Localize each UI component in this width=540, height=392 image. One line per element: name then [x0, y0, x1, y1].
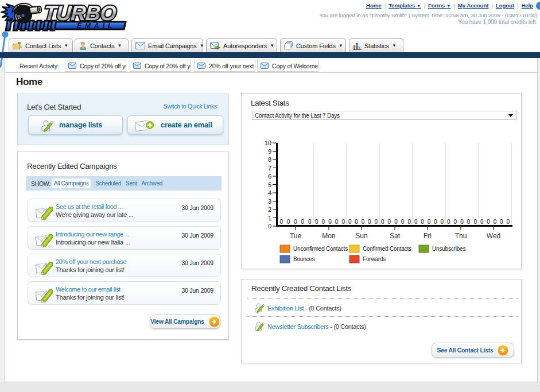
svg-text:Wed: Wed [487, 232, 500, 240]
svg-text:5: 5 [268, 181, 271, 188]
svg-text:0: 0 [473, 219, 477, 225]
svg-text:0: 0 [368, 219, 371, 225]
svg-text:0: 0 [441, 219, 444, 225]
svg-text:0: 0 [494, 219, 497, 225]
svg-text:0: 0 [381, 219, 384, 225]
svg-text:0: 0 [421, 219, 424, 225]
svg-text:Tue: Tue [290, 232, 302, 240]
svg-text:TURBO: TURBO [43, 1, 117, 25]
svg-text:0: 0 [308, 219, 312, 225]
svg-text:Sun: Sun [355, 232, 367, 240]
svg-text:0: 0 [375, 219, 378, 225]
svg-text:0: 0 [348, 219, 352, 225]
svg-text:0: 0 [428, 219, 431, 225]
svg-text:0: 0 [268, 223, 271, 230]
svg-text:Thu: Thu [455, 232, 467, 240]
svg-text:0: 0 [335, 219, 339, 225]
svg-text:Unsubscribes: Unsubscribes [432, 246, 465, 252]
svg-text:0: 0 [301, 219, 305, 225]
svg-text:0: 0 [341, 219, 345, 225]
svg-text:Forwards: Forwards [363, 256, 386, 262]
svg-text:4: 4 [268, 189, 271, 196]
svg-text:9: 9 [268, 148, 271, 155]
svg-text:0: 0 [287, 219, 290, 225]
svg-text:0: 0 [388, 219, 391, 225]
svg-text:0: 0 [500, 219, 503, 225]
svg-text:1: 1 [268, 215, 271, 222]
svg-text:0: 0 [487, 219, 490, 225]
svg-text:0: 0 [414, 219, 418, 225]
svg-text:Sat: Sat [390, 232, 401, 240]
svg-text:0: 0 [434, 219, 437, 225]
svg-text:7: 7 [268, 165, 271, 172]
svg-text:0: 0 [394, 219, 398, 225]
svg-text:0: 0 [328, 219, 332, 225]
svg-text:0: 0 [315, 219, 318, 225]
svg-text:0: 0 [407, 219, 411, 225]
svg-text:6: 6 [268, 173, 271, 180]
svg-text:Fri: Fri [424, 232, 432, 240]
svg-text:Confirmed Contacts: Confirmed Contacts [363, 246, 411, 252]
svg-text:0: 0 [279, 219, 283, 225]
svg-text:Bounces: Bounces [293, 256, 315, 262]
svg-text:Unconfirmed Contacts: Unconfirmed Contacts [293, 246, 348, 252]
svg-text:0: 0 [401, 219, 405, 225]
svg-text:8: 8 [268, 156, 271, 163]
svg-text:10: 10 [265, 139, 271, 146]
svg-text:0: 0 [454, 219, 457, 225]
svg-text:0: 0 [460, 219, 464, 225]
svg-text:Mon: Mon [322, 232, 335, 240]
svg-text:0: 0 [507, 219, 510, 225]
svg-text:0: 0 [480, 219, 484, 225]
svg-text:0: 0 [362, 219, 365, 225]
svg-text:2: 2 [268, 206, 271, 213]
svg-text:0: 0 [322, 219, 325, 225]
svg-text:0: 0 [467, 219, 471, 225]
svg-text:0: 0 [294, 219, 297, 225]
svg-text:3: 3 [268, 198, 271, 205]
svg-text:0: 0 [447, 219, 450, 225]
svg-text:0: 0 [355, 219, 358, 225]
